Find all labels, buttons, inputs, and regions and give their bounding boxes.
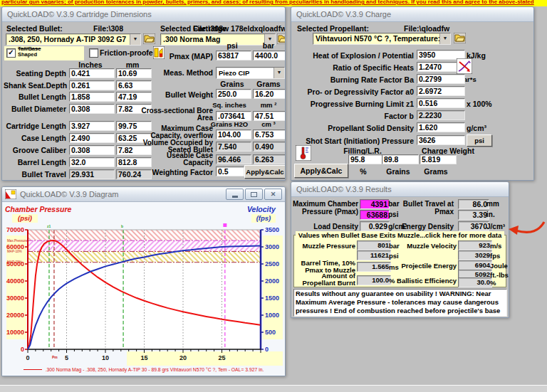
warning-banner-text: particular gun vagaries; of production t…	[1, 0, 547, 5]
cartridge-dimensions-titlebar[interactable]: QuickLOAD© V.3.9 Cartridge Dimensions	[2, 7, 285, 22]
filling-field[interactable]: 95.8	[348, 154, 382, 164]
bore-area-label: Cross-sectional BoreArea	[136, 107, 213, 122]
maximize-button[interactable]	[245, 189, 263, 200]
groove-caliber-in-field[interactable]: 0.308	[69, 145, 115, 155]
row-label: Cartridge Length	[4, 122, 66, 130]
chart-legend: .300 Norma Mag - .308, 250, Hornady A-TI…	[2, 367, 285, 372]
propellant-burnt-label: Amount ofPropellant Burnt	[294, 272, 355, 287]
svg-text:b: b	[121, 224, 123, 228]
close-button[interactable]: ✕	[264, 189, 282, 200]
minimize-button[interactable]	[226, 189, 244, 200]
bullet-diameter-in-field[interactable]: 0.308	[69, 104, 115, 114]
psi-unit-button[interactable]: psi	[467, 134, 492, 147]
case-length-in-field[interactable]: 2.490	[69, 133, 115, 143]
dims-apply-calc-button[interactable]: Apply&Calc	[244, 165, 286, 179]
pmax-psi-field[interactable]: 63817	[216, 51, 251, 60]
tailbase-checkbox[interactable]: ✓	[6, 48, 16, 58]
grams-header: Grams	[253, 80, 284, 88]
svg-text:Max.Pressure: Max.Pressure	[7, 239, 28, 243]
open-bullet-file-icon[interactable]	[143, 33, 155, 47]
row-label: Bullet Diameter	[4, 105, 66, 113]
grams-label: Grams	[420, 167, 452, 176]
bullet-weight-grains-field[interactable]: 250.0	[216, 89, 251, 99]
propellant-dropdown[interactable]: Vihtavuori N570 °C ?, Temperature: 8 ▼	[313, 33, 451, 45]
svg-text:15: 15	[140, 354, 147, 361]
bullet-dropdown[interactable]: .308, 250, Hornady A-TIP 3092 G7 ▼	[6, 33, 141, 46]
legend-text: .300 Norma Mag - .308, 250, Hornady A-TI…	[46, 367, 264, 372]
barrel-length-in-field[interactable]: 32.0	[69, 157, 115, 167]
bullet-length-in-field[interactable]: 1.858	[69, 92, 115, 102]
psi-header: psi	[216, 41, 249, 50]
muzzle-exit-groupbox[interactable]: Values when Bullet Base Exits Muzzle...c…	[293, 235, 506, 287]
svg-text:2500: 2500	[265, 260, 279, 267]
gcm3-label: g/cm³	[467, 124, 486, 132]
shank-seat-depth-in-field[interactable]: 0.261	[69, 80, 115, 90]
shot-start-pressure-field[interactable]: 3626	[417, 135, 465, 145]
friction-proofed-checkbox[interactable]	[89, 48, 98, 58]
load-density-value: 0.929	[360, 221, 390, 231]
charge-titlebar[interactable]: QuickLOAD© V.3.9 Charge	[291, 7, 533, 22]
in-unit: in.	[486, 211, 495, 219]
row-label: Factor b	[293, 112, 414, 120]
row-label: Barrel Length	[4, 158, 66, 166]
left-axis-unit: (psi)	[12, 214, 38, 223]
be-unit: %	[490, 279, 496, 287]
burning-rate-factor-field[interactable]: 0.2799	[417, 74, 465, 84]
volume-occupied-gr-field: 7.540	[216, 142, 251, 152]
charge-grams-field[interactable]: 5.819	[420, 154, 457, 164]
weighting-factor-field[interactable]: 0.5	[216, 166, 244, 176]
bar-header: bar	[253, 41, 284, 50]
propellant-file-label: File:\qloadfw	[404, 24, 449, 33]
velocity-fps-curve	[28, 246, 260, 349]
bore-area-in-field[interactable]: .073641	[216, 111, 251, 121]
percent-label: %	[348, 167, 378, 176]
diagram-titlebar[interactable]: QuickLOAD© V.3.9 Diagram ✕	[2, 187, 285, 202]
svg-text:0: 0	[26, 354, 29, 361]
progressive-burning-limit-field[interactable]: 0.516	[417, 98, 465, 108]
pmax-bar-field[interactable]: 4400.0	[253, 51, 286, 60]
svg-text:10: 10	[102, 354, 109, 361]
svg-text:30000: 30000	[6, 295, 24, 302]
selected-bullet-label: Selected Bullet:	[6, 24, 63, 33]
max-case-capacity-gr-field[interactable]: 104.00	[216, 129, 251, 139]
svg-text:1500: 1500	[265, 295, 279, 302]
meas-method-dropdown[interactable]: Piezo CIP ▼	[216, 67, 285, 79]
muzzle-exit-group-title[interactable]: Values when Bullet Base Exits Muzzle...c…	[296, 231, 504, 239]
charge-grains-field[interactable]: 89.8	[382, 154, 419, 164]
charge-apply-calc-button[interactable]: Apply&Calc	[294, 164, 348, 178]
ballistic-efficiency-label: Ballistic Efficiency	[394, 277, 457, 285]
travel-in-value: 3.39	[458, 210, 489, 220]
shank-seat-depth-mm-field[interactable]: 6.63	[116, 80, 152, 90]
propellant-dropdown-arrow-icon[interactable]: ▼	[439, 33, 450, 44]
svg-text:500: 500	[265, 329, 276, 336]
row-label: Ratio of Specific Heats	[293, 63, 414, 72]
results-titlebar[interactable]: QuickLOAD© V.3.9 Results	[291, 182, 509, 197]
grains-label: Grains	[382, 167, 415, 176]
cartridge-length-in-field[interactable]: 3.927	[69, 121, 115, 131]
grains-header: Grains	[216, 80, 249, 88]
useable-capacity-cm-field: 6.263	[253, 154, 286, 164]
svg-text:40000: 40000	[6, 277, 24, 285]
svg-text:z1: z1	[47, 224, 51, 228]
max-case-capacity-cm-field[interactable]: 6.753	[253, 129, 286, 139]
bullet-dropdown-arrow-icon[interactable]: ▼	[130, 34, 140, 45]
bullet-weight-grams-field[interactable]: 16.20	[253, 89, 286, 99]
degressivity-factor-field[interactable]: 2.6972	[417, 86, 465, 96]
selected-propellant-label: Selected Propellant:	[297, 24, 369, 33]
muzzle-pressure-bar: 801	[357, 240, 391, 250]
muzzle-velocity-fps: 3029	[458, 250, 492, 260]
psi-unit: psi	[388, 211, 398, 219]
solid-density-field[interactable]: 1.620	[417, 122, 465, 132]
thermometer-icon[interactable]	[296, 145, 311, 164]
results-warning-box: Results without any guarantee on usabili…	[293, 289, 507, 317]
open-propellant-file-icon[interactable]	[454, 33, 466, 46]
grains-h2o-header: Grains H2O	[210, 120, 249, 129]
volume-occupied-cm-field: 0.490	[253, 142, 286, 152]
meas-method-arrow-icon[interactable]: ▼	[274, 68, 284, 78]
projectile-energy-label: Projectile Energy	[398, 262, 457, 270]
bore-area-mm-field[interactable]: 47.51	[253, 111, 286, 121]
bullet-travel-at-pmax-label: Bullet Travel atPmax	[402, 200, 454, 216]
propellant-burnt-value: 100.0	[357, 275, 391, 285]
row-label: Progressive Burning Limit z1	[293, 100, 414, 108]
seating-depth-in-field[interactable]: 0.421	[69, 68, 115, 78]
